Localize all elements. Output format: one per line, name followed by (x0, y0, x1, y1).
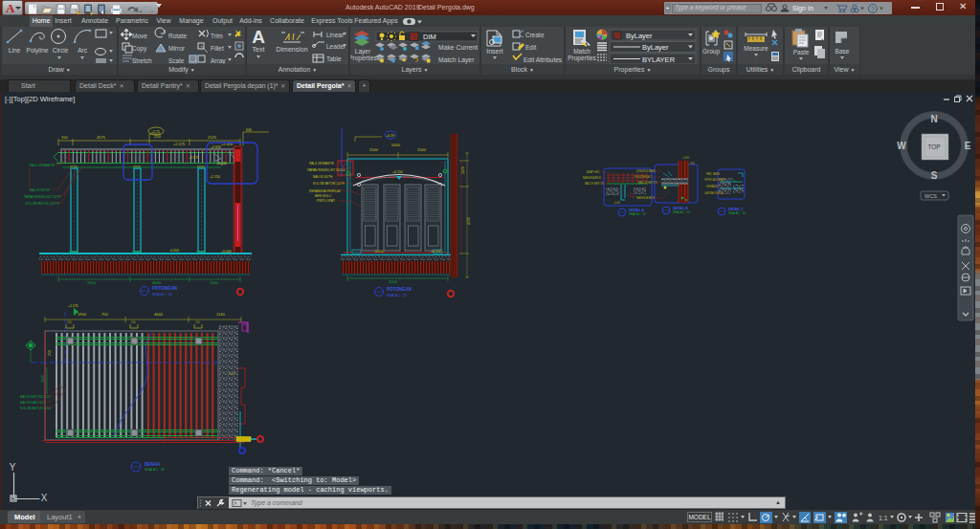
svg-text:Text: Text (253, 46, 265, 53)
svg-text:KOLOM BETON 14X/TH: KOLOM BETON 14X/TH (26, 202, 60, 206)
svg-text:750: 750 (101, 312, 108, 317)
svg-text:RANGKA BESI: RANGKA BESI (583, 176, 601, 180)
svg-text:Table: Table (326, 55, 342, 62)
svg-text:Array: Array (211, 57, 226, 64)
svg-text:Line: Line (9, 47, 21, 54)
svg-text:Group: Group (702, 48, 720, 55)
svg-text:PALU UKIRAN/TE: PALU UKIRAN/TE (30, 164, 55, 167)
svg-text:POTONGAN: POTONGAN (387, 287, 412, 292)
svg-text:Measure: Measure (744, 45, 768, 52)
svg-text:TOP: TOP (927, 143, 940, 150)
svg-text:Copy: Copy (132, 45, 147, 53)
svg-text:KOLOM BETON 14/TH: KOLOM BETON 14/TH (313, 182, 345, 186)
svg-text:N: N (930, 114, 937, 124)
svg-text:SKALA 1 : 10: SKALA 1 : 10 (629, 212, 646, 216)
svg-text:+0.000: +0.000 (221, 250, 232, 253)
svg-text:4640: 4640 (152, 280, 162, 285)
svg-text:+0.45: +0.45 (228, 372, 235, 376)
svg-text:+2.150: +2.150 (210, 175, 220, 179)
svg-text:+4.59: +4.59 (386, 134, 394, 138)
svg-text:+2.75: +2.75 (151, 130, 160, 134)
svg-text:BESI HOLO: BESI HOLO (315, 194, 332, 198)
svg-text:4575: 4575 (97, 135, 106, 140)
svg-text:+2.575: +2.575 (68, 304, 78, 308)
svg-text:Trim: Trim (211, 33, 223, 39)
svg-text:S: S (931, 170, 938, 181)
svg-text:E: E (965, 141, 971, 151)
svg-text:BALOK 8X/TH: BALOK 8X/TH (30, 188, 50, 192)
svg-text:KOLOM BETON 14/14: KOLOM BETON 14/14 (20, 407, 51, 410)
svg-text:DINDING BATA: DINDING BATA (636, 169, 656, 173)
svg-text:150: 150 (131, 320, 136, 324)
svg-text:1950: 1950 (78, 312, 87, 317)
svg-text:640: 640 (246, 128, 252, 132)
svg-text:DENAH: DENAH (145, 462, 160, 467)
svg-text:1140: 1140 (210, 280, 218, 285)
svg-text:Arc: Arc (78, 47, 88, 54)
svg-text:Base: Base (835, 48, 850, 55)
svg-text:+0.000: +0.000 (431, 250, 441, 253)
svg-text:Create: Create (525, 32, 545, 38)
svg-text:2500: 2500 (369, 147, 379, 152)
svg-text:KERAMIK: KERAMIK (706, 185, 719, 188)
svg-text:Edit Attributes: Edit Attributes (523, 56, 563, 63)
svg-text:Stretch: Stretch (132, 57, 152, 64)
svg-text:?: ? (871, 6, 875, 12)
svg-text:Properties: Properties (350, 55, 378, 62)
svg-text:SKALA 1 : 10: SKALA 1 : 10 (728, 211, 746, 215)
svg-text:SKALA 1 : 20: SKALA 1 : 20 (387, 294, 407, 298)
svg-text:1140: 1140 (216, 312, 225, 317)
svg-text:Fillet: Fillet (211, 45, 224, 52)
svg-text:+2.575: +2.575 (189, 156, 199, 160)
svg-text:+0.45: +0.45 (613, 201, 621, 205)
svg-text:4640: 4640 (154, 312, 164, 317)
svg-text:Match Layer: Match Layer (438, 56, 475, 64)
svg-text:Dimension: Dimension (276, 46, 307, 53)
svg-text:Sign In: Sign In (792, 5, 813, 12)
svg-text:ByLayer: ByLayer (626, 32, 653, 40)
svg-text:Polyline: Polyline (27, 47, 49, 55)
svg-text:PAPAN RINGN LIST 30/TH: PAPAN RINGN LIST 30/TH (24, 195, 61, 199)
svg-text:DIM: DIM (423, 33, 436, 41)
svg-text:+2.330: +2.330 (216, 162, 227, 165)
svg-text:150: 150 (690, 162, 695, 165)
svg-text:5000: 5000 (391, 143, 401, 147)
svg-text:Rotate: Rotate (168, 33, 188, 39)
svg-text:SKALA 1 : 10: SKALA 1 : 10 (673, 210, 690, 214)
svg-text:BALOK 40/TH: BALOK 40/TH (313, 175, 333, 179)
svg-text:W: W (897, 141, 906, 151)
svg-text:150: 150 (67, 320, 72, 324)
svg-text:750: 750 (48, 350, 52, 356)
svg-text:Paste: Paste (793, 49, 810, 55)
svg-text:2670: 2670 (461, 166, 465, 174)
svg-text:1:1: 1:1 (879, 515, 888, 521)
svg-text:2600: 2600 (41, 375, 45, 383)
svg-text:Match: Match (573, 48, 590, 55)
svg-text:Circle: Circle (53, 47, 69, 54)
svg-text:X: X (41, 493, 48, 503)
svg-text:BALOK BETON: BALOK BETON (585, 182, 604, 186)
svg-text:-0.050: -0.050 (169, 249, 179, 253)
svg-text:PALU UKIRAN/TE: PALU UKIRAN/TE (309, 162, 334, 165)
svg-text:PLESTER ACI: PLESTER ACI (635, 175, 652, 179)
svg-text:Mirror: Mirror (168, 45, 186, 52)
svg-text:150: 150 (195, 320, 200, 324)
svg-text:4750: 4750 (467, 217, 471, 225)
svg-text:WCS: WCS (924, 193, 937, 199)
svg-text:BYLAYER: BYLAYER (642, 55, 676, 64)
svg-text:2500: 2500 (417, 147, 427, 152)
svg-text:POTONGAN: POTONGAN (152, 286, 177, 291)
svg-text:+2.650: +2.650 (211, 145, 221, 149)
svg-text:Make Current: Make Current (438, 44, 478, 51)
svg-text:+4.150: +4.150 (392, 170, 403, 174)
svg-text:-0.050: -0.050 (374, 250, 384, 253)
svg-text:Linear: Linear (326, 32, 345, 38)
svg-text:+2.575: +2.575 (173, 142, 186, 146)
svg-text:+3.05: +3.05 (682, 156, 690, 160)
svg-text:ByLayer: ByLayer (642, 43, 669, 52)
svg-text:Y: Y (10, 462, 16, 473)
svg-text:Properties: Properties (568, 55, 596, 62)
svg-text:A: A (252, 27, 265, 47)
svg-text:150: 150 (61, 135, 68, 140)
svg-text:Edit: Edit (525, 44, 536, 51)
